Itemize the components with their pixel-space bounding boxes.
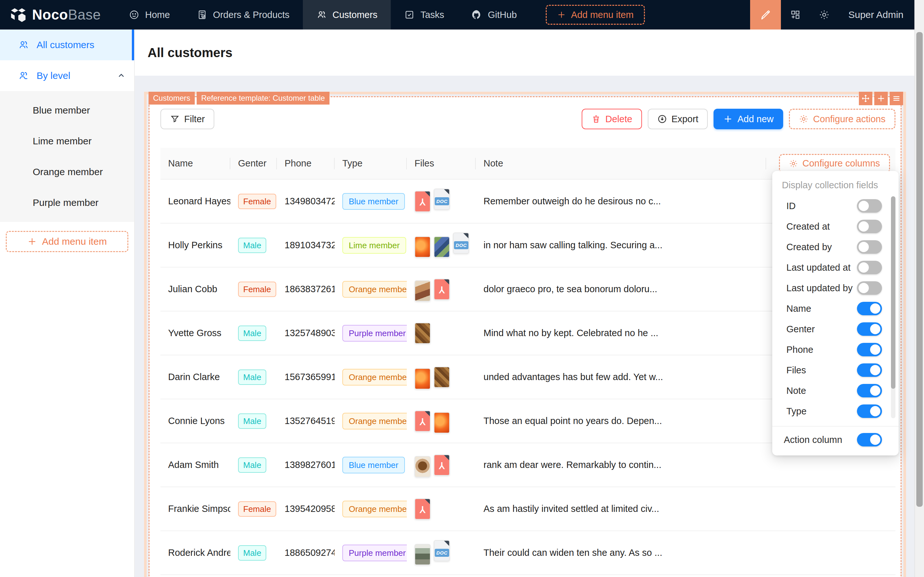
dropdown-title: Display collection fields — [772, 171, 899, 196]
page-scrollbar-track[interactable] — [914, 0, 924, 577]
blocks-grid-icon — [790, 9, 801, 20]
file-photo-thumbnail[interactable] — [434, 412, 450, 433]
sidebar-add-menu-item-button[interactable]: Add menu item — [6, 231, 128, 252]
nav-item-home[interactable]: Home — [116, 0, 183, 29]
drag-move-handle[interactable] — [859, 92, 872, 105]
filter-button[interactable]: Filter — [160, 109, 214, 129]
field-toggle[interactable] — [857, 199, 882, 213]
file-photo-thumbnail[interactable] — [414, 323, 431, 344]
delete-button[interactable]: Delete — [582, 109, 642, 129]
field-toggle-item-created-by[interactable]: Created by — [772, 237, 899, 257]
field-toggle[interactable] — [857, 302, 882, 315]
column-header-note[interactable]: Note — [476, 148, 766, 179]
plus-icon — [557, 10, 566, 19]
nav-item-orders-products[interactable]: Orders & Products — [184, 0, 303, 29]
nocobase-cube-icon — [10, 6, 27, 23]
cell-name: Adam Smith — [160, 443, 231, 487]
field-toggle[interactable] — [857, 240, 882, 254]
file-photo-thumbnail[interactable] — [414, 236, 431, 258]
field-toggle[interactable] — [857, 261, 882, 274]
field-toggle-item-files[interactable]: Files — [772, 360, 899, 380]
file-photo-thumbnail[interactable] — [434, 367, 450, 388]
field-toggle-item-note[interactable]: Note — [772, 380, 899, 401]
cell-note: unded advantages has but few add. Yet w.… — [476, 355, 766, 399]
column-header-phone[interactable]: Phone — [277, 148, 335, 179]
file-doc-thumbnail[interactable]: DOC — [453, 232, 469, 254]
configure-columns-button[interactable]: Configure columns — [779, 154, 890, 173]
column-header-files[interactable]: Files — [407, 148, 476, 179]
file-pdf-thumbnail[interactable] — [434, 279, 450, 300]
cell-name: Yvette Gross — [160, 311, 231, 355]
block-menu-button[interactable] — [890, 92, 903, 105]
page-scrollbar-thumb[interactable] — [916, 32, 923, 507]
sidebar-item-lime-member[interactable]: Lime member — [0, 126, 134, 156]
add-block-button[interactable] — [874, 92, 888, 105]
gender-tag: Female — [238, 194, 276, 209]
field-toggle[interactable] — [857, 405, 882, 418]
field-toggle[interactable] — [857, 281, 882, 295]
action-column-toggle[interactable] — [857, 433, 882, 446]
sidebar-item-blue-member[interactable]: Blue member — [0, 95, 134, 126]
column-header-name[interactable]: Name — [160, 148, 231, 179]
gender-tag: Male — [238, 326, 266, 341]
file-pdf-thumbnail[interactable] — [434, 455, 450, 475]
file-pdf-thumbnail[interactable] — [414, 411, 431, 432]
plugin-manager-button[interactable] — [781, 9, 810, 20]
field-toggle-item-last-updated-at[interactable]: Last updated at — [772, 257, 899, 278]
file-photo-thumbnail[interactable] — [414, 544, 431, 565]
sidebar-item-purple-member[interactable]: Purple member — [0, 187, 134, 218]
table-row[interactable]: Frankie Simpson Female 13954209583 Orang… — [160, 487, 895, 531]
action-column-row[interactable]: Action column — [772, 426, 899, 453]
file-pdf-thumbnail[interactable] — [414, 191, 431, 212]
field-toggle-item-phone[interactable]: Phone — [772, 339, 899, 360]
add-new-label: Add new — [737, 114, 774, 124]
configure-actions-button[interactable]: Configure actions — [789, 109, 895, 129]
cell-phone: 18865092743 — [277, 531, 335, 575]
gender-tag: Male — [238, 458, 266, 473]
column-header-type[interactable]: Type — [335, 148, 407, 179]
field-toggle-item-id[interactable]: ID — [772, 196, 899, 216]
nav-add-menu-item-button[interactable]: Add menu item — [546, 5, 645, 25]
field-toggle[interactable] — [857, 343, 882, 356]
field-toggle-item-genter[interactable]: Genter — [772, 319, 899, 339]
cell-phone: 13527645198 — [277, 399, 335, 443]
export-label: Export — [671, 114, 698, 124]
dropdown-scrollbar-track[interactable] — [891, 196, 895, 418]
field-toggle-item-type[interactable]: Type — [772, 401, 899, 421]
settings-button[interactable] — [810, 9, 839, 20]
nocobase-logo[interactable]: NocoBase — [0, 0, 116, 29]
field-toggle[interactable] — [857, 322, 882, 336]
sidebar-item-all-customers[interactable]: All customers — [0, 29, 134, 60]
add-new-button[interactable]: Add new — [714, 109, 783, 129]
configure-columns-label: Configure columns — [802, 158, 880, 169]
nav-item-tasks[interactable]: Tasks — [391, 0, 458, 29]
nav-item-customers[interactable]: Customers — [303, 0, 391, 29]
column-header-genter[interactable]: Genter — [231, 148, 277, 179]
cell-name: Connie Lyons — [160, 399, 231, 443]
field-toggle-item-created-at[interactable]: Created at — [772, 216, 899, 237]
export-button[interactable]: Export — [648, 109, 708, 129]
top-navbar: NocoBase Home Orders & Products Customer… — [0, 0, 924, 29]
sidebar-item-orange-member[interactable]: Orange member — [0, 156, 134, 187]
type-tag: Purple member — [342, 325, 407, 342]
user-menu[interactable]: Super Admin — [839, 9, 924, 20]
nav-item-github[interactable]: GitHub — [458, 0, 531, 29]
field-toggle[interactable] — [857, 363, 882, 377]
file-photo-thumbnail[interactable] — [414, 280, 431, 301]
file-doc-thumbnail[interactable]: DOC — [434, 189, 450, 210]
file-doc-thumbnail[interactable]: DOC — [434, 540, 450, 561]
field-toggle[interactable] — [857, 220, 882, 233]
file-pdf-thumbnail[interactable] — [414, 498, 431, 520]
table-row[interactable]: Roderick Andrews Male 18865092743 Purple… — [160, 531, 895, 575]
field-toggle[interactable] — [857, 384, 882, 397]
ui-editor-toggle-button[interactable] — [750, 0, 781, 29]
file-photo-thumbnail[interactable] — [434, 236, 450, 258]
cell-phone: 13257489038 — [277, 311, 335, 355]
file-photo-thumbnail[interactable] — [414, 368, 431, 389]
sidebar-item-by-level[interactable]: By level — [0, 60, 134, 91]
field-toggle-item-name[interactable]: Name — [772, 298, 899, 319]
file-photo-thumbnail[interactable] — [414, 456, 431, 477]
dropdown-scrollbar-thumb[interactable] — [891, 196, 895, 389]
nav-add-menu-item-label: Add menu item — [571, 10, 634, 20]
field-toggle-item-last-updated-by[interactable]: Last updated by — [772, 278, 899, 298]
